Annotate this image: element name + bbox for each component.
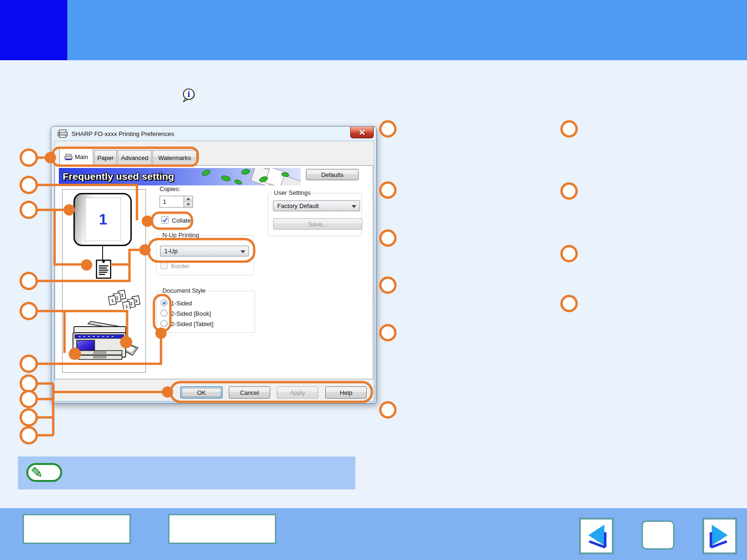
- callout-circle-desc-8: [562, 184, 577, 199]
- preview-page-image: 1: [73, 193, 132, 246]
- chevron-down-icon: [352, 205, 356, 208]
- pencil-icon: [31, 466, 44, 479]
- callout-circle-left-10: [21, 427, 37, 443]
- tab-main[interactable]: Main: [59, 148, 93, 166]
- user-settings-group-label: User Settings: [272, 189, 313, 196]
- user-settings-group: User Settings: [268, 193, 362, 236]
- check-icon: [162, 217, 168, 223]
- banner-title: Frequently used setting: [63, 171, 174, 182]
- callout-circle-left-8: [21, 391, 37, 407]
- copies-input[interactable]: 1: [160, 196, 184, 208]
- radio-2-sided-tablet-label: 2-Sided [Tablet]: [171, 320, 213, 328]
- defaults-button[interactable]: Defaults: [306, 169, 359, 180]
- apply-button[interactable]: Apply: [277, 386, 318, 399]
- callout-circle-desc-5: [380, 325, 395, 340]
- printer-icon: [57, 129, 68, 138]
- footer-nav-box-right[interactable]: [168, 514, 276, 544]
- collate-label: Collate: [172, 217, 191, 224]
- collate-pages-icon: 3 2 1 3 2: [108, 288, 141, 311]
- collate-checkbox[interactable]: [161, 216, 169, 224]
- stepper-up-button[interactable]: [184, 196, 193, 201]
- footer-nav-square-button[interactable]: [642, 520, 675, 550]
- down-arrow-icon: [186, 203, 190, 206]
- callout-circle-left-3: [21, 202, 37, 218]
- next-page-button[interactable]: [702, 518, 737, 554]
- callout-circle-desc-4: [380, 278, 395, 293]
- border-checkbox[interactable]: [161, 262, 168, 269]
- nup-group-label: N-Up Printing: [161, 232, 201, 239]
- dialog-titlebar[interactable]: SHARP FO-xxxx Printing Preferences: [51, 127, 376, 141]
- document-icon: [96, 259, 112, 280]
- chevron-down-icon: [241, 250, 245, 253]
- tab-watermarks-label: Watermarks: [158, 154, 191, 161]
- tab-paper[interactable]: Paper: [94, 150, 117, 166]
- preview-sheet: 1: [85, 198, 121, 241]
- print-preview-panel: 1: [62, 189, 146, 373]
- printer-illustration: [66, 317, 140, 363]
- callout-circle-desc-10: [562, 296, 577, 311]
- cancel-button[interactable]: Cancel: [229, 386, 270, 399]
- callout-circle-left-7: [21, 376, 37, 392]
- close-icon: [359, 129, 365, 136]
- callout-circle-desc-9: [562, 246, 577, 261]
- dialog-title: SHARP FO-xxxx Printing Preferences: [72, 130, 174, 137]
- callout-circle-desc-2: [380, 183, 395, 198]
- callout-circle-left-5: [21, 303, 37, 319]
- stepper-down-button[interactable]: [184, 201, 193, 207]
- header-band: [0, 0, 747, 60]
- note-band: [18, 456, 355, 489]
- back-arrow-icon: [581, 520, 612, 552]
- user-settings-selected-value: Factory Default: [277, 202, 319, 209]
- tab-watermarks[interactable]: Watermarks: [153, 150, 197, 166]
- callout-circle-desc-6: [380, 402, 395, 417]
- tab-paper-label: Paper: [97, 154, 114, 161]
- header-corner-square: [0, 0, 67, 60]
- printer-tab-icon: [64, 154, 72, 160]
- help-button[interactable]: Help: [325, 386, 367, 399]
- printing-preferences-dialog: SHARP FO-xxxx Printing Preferences Main …: [51, 126, 377, 404]
- info-icon: i: [182, 88, 196, 104]
- nup-selected-value: 1-Up: [164, 248, 177, 255]
- tab-advanced[interactable]: Advanced: [118, 150, 152, 166]
- note-badge: [26, 463, 62, 482]
- save-button[interactable]: Save...: [273, 218, 362, 230]
- svg-text:i: i: [187, 90, 190, 99]
- tab-advanced-label: Advanced: [121, 154, 148, 161]
- document-style-group-label: Document Style: [161, 287, 208, 294]
- callout-circle-desc-1: [380, 121, 395, 136]
- callout-circle-desc-3: [380, 231, 395, 246]
- radio-1-sided[interactable]: [161, 299, 168, 306]
- border-label: Border: [171, 263, 189, 270]
- copies-stepper[interactable]: [184, 196, 193, 208]
- forward-arrow-icon: [704, 520, 735, 552]
- callout-circle-desc-7: [562, 121, 577, 136]
- manual-page: i SHARP FO-xxxx Printing Preferences Mai…: [0, 0, 747, 560]
- footer-nav-band: [0, 508, 747, 560]
- close-button[interactable]: [350, 127, 374, 138]
- copies-label: Copies:: [160, 185, 180, 192]
- settings-banner: Frequently used setting: [59, 168, 301, 185]
- preview-page-number: 1: [99, 211, 107, 228]
- radio-1-sided-label: 1-Sided: [171, 300, 192, 307]
- callout-circle-left-1: [21, 150, 37, 166]
- radio-2-sided-book[interactable]: [161, 310, 168, 317]
- callout-circle-left-2: [21, 177, 37, 193]
- banner-decoration-leaves: [193, 168, 301, 185]
- callout-circle-left-6: [21, 356, 37, 372]
- callout-circle-left-4: [21, 273, 37, 289]
- ok-button[interactable]: OK: [180, 386, 223, 399]
- callout-circle-left-9: [21, 409, 37, 425]
- previous-page-button[interactable]: [579, 518, 614, 554]
- tab-main-label: Main: [75, 153, 88, 160]
- user-settings-dropdown[interactable]: Factory Default: [273, 200, 360, 211]
- main-tab-page: Frequently used setting Defaults 1: [55, 165, 373, 379]
- radio-2-sided-tablet[interactable]: [161, 320, 168, 327]
- nup-dropdown[interactable]: 1-Up: [160, 246, 249, 256]
- footer-nav-box-left[interactable]: [23, 514, 131, 544]
- radio-2-sided-book-label: 2-Sided [Book]: [171, 310, 211, 317]
- up-arrow-icon: [186, 198, 190, 200]
